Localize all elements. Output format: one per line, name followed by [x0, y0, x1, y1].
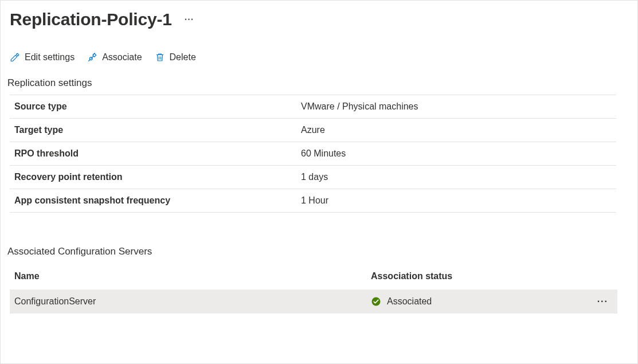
table-row[interactable]: ConfigurationServer Associated ··· [10, 289, 617, 314]
replication-settings-heading: Replication settings [7, 77, 635, 89]
setting-label: Recovery point retention [10, 166, 296, 189]
setting-label: Source type [10, 95, 296, 119]
edit-settings-button[interactable]: Edit settings [10, 51, 75, 64]
table-header-name[interactable]: Name [10, 267, 366, 289]
table-row: RPO threshold 60 Minutes [10, 142, 616, 166]
table-row: Target type Azure [10, 119, 616, 142]
setting-value: Azure [296, 119, 616, 142]
setting-value: 1 Hour [296, 189, 616, 213]
associated-servers-heading: Associated Configuration Servers [7, 246, 635, 257]
setting-label: RPO threshold [10, 142, 296, 166]
setting-label: Target type [10, 119, 296, 142]
server-status-cell: Associated [387, 296, 432, 307]
check-circle-icon [371, 296, 381, 307]
delete-label: Delete [170, 52, 196, 62]
plug-icon [87, 52, 97, 62]
row-more-menu-icon[interactable]: ··· [597, 296, 608, 306]
setting-value: VMware / Physical machines [296, 95, 616, 119]
trash-icon [155, 52, 165, 62]
replication-settings-table: Source type VMware / Physical machines T… [10, 95, 616, 213]
table-row: Source type VMware / Physical machines [10, 95, 616, 119]
setting-label: App consistent snapshot frequency [10, 189, 296, 213]
table-row: App consistent snapshot frequency 1 Hour [10, 189, 616, 213]
setting-value: 60 Minutes [296, 142, 616, 166]
more-menu-icon[interactable]: ··· [185, 15, 194, 24]
delete-button[interactable]: Delete [155, 51, 196, 64]
table-header-status[interactable]: Association status [366, 267, 583, 289]
associate-label: Associate [102, 52, 142, 62]
page-title: Replication-Policy-1 [10, 10, 172, 29]
associate-button[interactable]: Associate [87, 51, 142, 64]
associated-servers-table: Name Association status ConfigurationSer… [10, 267, 617, 314]
server-name-cell: ConfigurationServer [10, 289, 366, 314]
toolbar: Edit settings Associate [10, 51, 635, 64]
edit-settings-label: Edit settings [25, 52, 75, 62]
setting-value: 1 days [296, 166, 616, 189]
pencil-icon [10, 52, 20, 62]
table-row: Recovery point retention 1 days [10, 166, 616, 189]
